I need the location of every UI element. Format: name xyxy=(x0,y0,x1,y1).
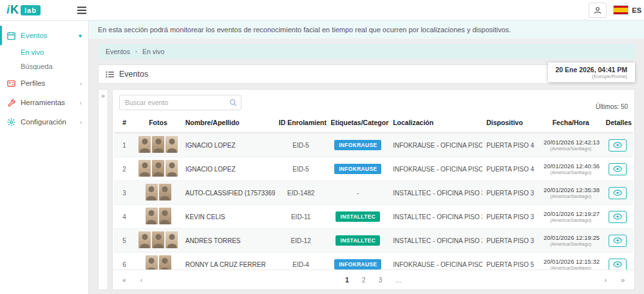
details-button[interactable] xyxy=(609,163,627,175)
chevron-left-icon: ‹ xyxy=(80,99,82,106)
sidebar: Eventos ▾ En vivo Búsqueda Perfiles ‹ He… xyxy=(0,21,89,294)
face-thumbnail xyxy=(138,231,151,248)
person-name: RONNY LA CRUZ FERRER xyxy=(182,253,275,270)
table-row: 1 IGNACIO LOPEZ EID-5 INFOKRAUSE INFOKRA… xyxy=(114,133,633,157)
location-cell: INSTALLTEC - OFICINA PISO 3 xyxy=(389,181,482,205)
tag-badge: INFOKRAUSE xyxy=(334,259,381,270)
face-thumbnail xyxy=(138,136,151,153)
row-number: 3 xyxy=(114,181,135,205)
photos-cell xyxy=(146,208,171,224)
language-selector[interactable]: ES xyxy=(613,5,641,15)
user-icon xyxy=(593,6,602,15)
row-number: 5 xyxy=(114,229,135,253)
sidebar-item-en-vivo[interactable]: En vivo xyxy=(0,45,88,59)
search-input[interactable] xyxy=(119,95,242,110)
pagination-first[interactable]: « xyxy=(120,275,128,284)
table-row: 6 RONNY LA CRUZ FERRER EID-4 INFOKRAUSE … xyxy=(114,253,633,270)
events-panel-header: Eventos 20 Ene 2026, 04:41 PM (Europe/Ro… xyxy=(98,64,635,84)
eye-icon xyxy=(613,260,622,269)
sidebar-item-busqueda[interactable]: Búsqueda xyxy=(0,59,88,74)
details-button[interactable] xyxy=(609,235,627,247)
tag-badge: INSTALLTEC xyxy=(336,235,380,246)
details-button[interactable] xyxy=(609,211,627,223)
pagination-prev[interactable]: ‹ xyxy=(138,275,145,284)
panel-title: Eventos xyxy=(119,70,148,79)
event-timezone: (America/Santiago) xyxy=(544,241,598,247)
table-row: 3 AUTO-CLASSIFIED (17573369466616) EID-1… xyxy=(114,181,633,205)
face-thumbnail xyxy=(152,160,164,177)
event-datetime: 20/01/2026 12:42:13 xyxy=(544,139,598,146)
sidebar-item-herramientas[interactable]: Herramientas ‹ xyxy=(0,93,88,112)
location-cell: INSTALLTEC - OFICINA PISO 3 xyxy=(389,229,482,253)
wrench-icon xyxy=(6,98,15,107)
face-thumbnail xyxy=(146,208,158,224)
event-datetime: 20/01/2026 12:19:25 xyxy=(544,234,598,241)
table-header-row: # Fotos Nombre/Apellido ID Enrolamiento … xyxy=(114,113,633,133)
face-thumbnail xyxy=(138,160,151,177)
eye-icon xyxy=(613,164,622,173)
row-number: 2 xyxy=(114,157,135,181)
enrollment-id: EID-5 xyxy=(275,157,327,181)
enrollment-id: EID-4 xyxy=(275,253,327,270)
table-row: 2 IGNACIO LOPEZ EID-5 INFOKRAUSE INFOKRA… xyxy=(114,157,633,181)
details-button[interactable] xyxy=(609,259,627,270)
topbar-right: ES xyxy=(589,3,644,18)
column-header: ID Enrolamiento xyxy=(275,113,327,133)
pagination-next[interactable]: › xyxy=(603,275,609,284)
device-cell: PUERTA PISO 5 xyxy=(482,253,540,270)
device-cell: PUERTA PISO 3 xyxy=(482,181,540,205)
breadcrumb: Eventos › En vivo xyxy=(98,44,635,59)
person-name: KEVIN CELIS xyxy=(182,205,275,229)
face-thumbnail xyxy=(146,255,158,270)
eye-icon xyxy=(613,212,622,221)
sidebar-item-perfiles[interactable]: Perfiles ‹ xyxy=(0,74,88,93)
face-thumbnail xyxy=(159,184,171,201)
person-name: IGNACIO LOPEZ xyxy=(182,133,275,157)
device-cell: PUERTA PISO 3 xyxy=(482,229,540,253)
tag-badge: INFOKRAUSE xyxy=(334,140,381,150)
sidebar-item-configuracion[interactable]: Configuración ‹ xyxy=(0,112,88,132)
pagination-last[interactable]: » xyxy=(619,275,627,284)
event-datetime: 20/01/2026 12:19:27 xyxy=(544,210,598,217)
event-timezone: (America/Santiago) xyxy=(544,170,598,175)
breadcrumb-parent[interactable]: Eventos xyxy=(106,48,130,55)
details-button[interactable] xyxy=(609,187,627,199)
location-cell: INFOKRAUSE - OFICINA PISO 4 xyxy=(389,157,482,181)
device-cell: PUERTA PISO 4 xyxy=(482,133,540,157)
current-datetime: 20 Ene 2026, 04:41 PM xyxy=(556,66,628,74)
location-cell: INSTALLTEC - OFICINA PISO 3 xyxy=(389,205,482,229)
filter-panel-expander[interactable]: » xyxy=(98,89,108,290)
enrollment-id: EID-12 xyxy=(275,229,327,253)
chevron-left-icon: ‹ xyxy=(80,119,82,126)
sidebar-item-label: Perfiles xyxy=(21,79,45,87)
pagination-page-2[interactable]: 2 xyxy=(360,275,368,284)
pagination-ellipsis: … xyxy=(393,275,404,284)
user-account-button[interactable] xyxy=(589,3,607,18)
sidebar-item-label: Configuración xyxy=(21,118,66,126)
face-thumbnail xyxy=(166,231,178,248)
event-datetime: 20/01/2026 12:15:32 xyxy=(544,258,598,265)
tag-badge: INSTALLTEC xyxy=(336,211,380,222)
column-header: Nombre/Apellido xyxy=(182,113,275,133)
topbar: iK lab ES xyxy=(0,0,644,21)
column-header: Fecha/Hora xyxy=(540,113,602,133)
events-table-body: 1 IGNACIO LOPEZ EID-5 INFOKRAUSE INFOKRA… xyxy=(114,133,633,270)
panel-body: » Últimos: 50 xyxy=(98,89,635,290)
datetime-card: 20 Ene 2026, 04:41 PM (Europe/Rome) xyxy=(548,63,636,82)
language-code: ES xyxy=(632,6,641,14)
search-icon xyxy=(229,98,238,107)
photos-cell xyxy=(138,231,178,248)
pagination-page-1[interactable]: 1 xyxy=(343,275,351,284)
enrollment-id: EID-1482 xyxy=(275,181,327,205)
search-box xyxy=(119,95,242,110)
sidebar-item-label: Herramientas xyxy=(21,99,65,106)
photos-cell xyxy=(146,255,171,270)
eye-icon xyxy=(613,236,622,245)
pagination-page-3[interactable]: 3 xyxy=(377,275,384,284)
sidebar-item-eventos[interactable]: Eventos ▾ xyxy=(0,26,88,45)
menu-toggle-button[interactable] xyxy=(73,3,90,18)
event-timezone: (America/Santiago) xyxy=(544,146,598,152)
app-root: iK lab ES E xyxy=(0,0,644,294)
app-logo: iK lab xyxy=(0,3,70,17)
details-button[interactable] xyxy=(609,139,627,152)
